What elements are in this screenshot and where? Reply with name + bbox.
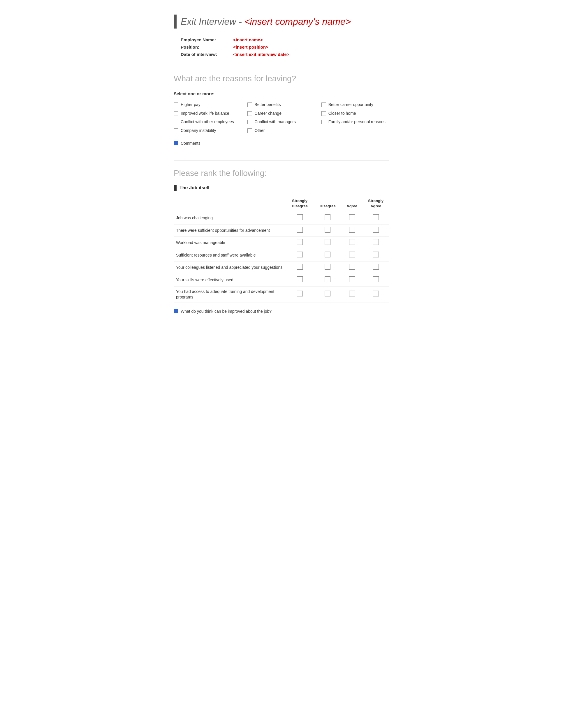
rating-checkbox[interactable] <box>373 239 379 245</box>
checkbox-better-career[interactable]: Better career opportunity <box>322 102 389 108</box>
rating-cell-d[interactable] <box>314 286 342 303</box>
title-company-placeholder: <insert company's name> <box>244 16 351 27</box>
rating-checkbox[interactable] <box>373 264 379 270</box>
rating-checkbox[interactable] <box>373 227 379 233</box>
divider-1 <box>174 67 389 67</box>
rating-cell-sd[interactable] <box>286 261 314 274</box>
checkbox-label: Improved work life balance <box>181 111 229 116</box>
employee-name-row: Employee Name: <insert name> <box>181 37 389 43</box>
checkbox-better-benefits[interactable]: Better benefits <box>247 102 315 108</box>
rating-cell-d[interactable] <box>314 261 342 274</box>
rating-cell-d[interactable] <box>314 237 342 249</box>
date-value[interactable]: <insert exit interview date> <box>233 51 290 57</box>
employee-name-value[interactable]: <insert name> <box>233 37 263 43</box>
rating-cell-a[interactable] <box>342 261 362 274</box>
rating-checkbox[interactable] <box>349 239 355 245</box>
page-container: Exit Interview - <insert company's name>… <box>156 0 407 332</box>
rating-cell-sd[interactable] <box>286 224 314 237</box>
table-row: Job was challenging <box>174 212 389 225</box>
rating-cell-a[interactable] <box>342 237 362 249</box>
row-label: Your colleagues listened and appreciated… <box>174 261 286 274</box>
rating-checkbox[interactable] <box>325 227 331 233</box>
checkbox-label: Better career opportunity <box>329 102 373 108</box>
checkbox-box[interactable] <box>174 120 178 124</box>
rating-cell-sa[interactable] <box>362 224 389 237</box>
rating-cell-sa[interactable] <box>362 249 389 261</box>
checkbox-family-personal[interactable]: Family and/or personal reasons <box>322 119 389 125</box>
checkbox-box[interactable] <box>174 103 178 107</box>
rating-cell-a[interactable] <box>342 286 362 303</box>
rating-cell-d[interactable] <box>314 274 342 287</box>
checkbox-box[interactable] <box>247 128 252 133</box>
rating-cell-sd[interactable] <box>286 286 314 303</box>
rating-cell-sd[interactable] <box>286 274 314 287</box>
rating-checkbox[interactable] <box>373 276 379 282</box>
rating-cell-sa[interactable] <box>362 286 389 303</box>
rating-checkbox[interactable] <box>349 252 355 257</box>
improvement-question-text: What do you think can be improved about … <box>181 309 271 314</box>
rating-cell-a[interactable] <box>342 224 362 237</box>
rating-cell-d[interactable] <box>314 212 342 225</box>
rating-checkbox[interactable] <box>297 239 303 245</box>
col-header-disagree: Disagree <box>314 197 342 212</box>
rating-cell-sa[interactable] <box>362 274 389 287</box>
rating-checkbox[interactable] <box>325 276 331 282</box>
checkbox-box[interactable] <box>247 120 252 124</box>
rating-checkbox[interactable] <box>325 214 331 220</box>
checkbox-box[interactable] <box>247 103 252 107</box>
row-label: Sufficient resources and staff were avai… <box>174 249 286 261</box>
rating-cell-sa[interactable] <box>362 237 389 249</box>
rating-cell-a[interactable] <box>342 212 362 225</box>
checkbox-box[interactable] <box>322 111 326 116</box>
checkbox-label: Career change <box>254 111 282 116</box>
rating-checkbox[interactable] <box>325 264 331 270</box>
rating-cell-d[interactable] <box>314 249 342 261</box>
checkbox-box[interactable] <box>322 103 326 107</box>
checkbox-box[interactable] <box>247 111 252 116</box>
rating-cell-a[interactable] <box>342 274 362 287</box>
checkbox-closer-home[interactable]: Closer to home <box>322 111 389 116</box>
checkbox-conflict-managers[interactable]: Conflict with managers <box>247 119 315 125</box>
blue-square-icon <box>174 309 178 313</box>
checkbox-company-instability[interactable]: Company instability <box>174 128 241 134</box>
position-value[interactable]: <insert position> <box>233 44 268 50</box>
rating-cell-a[interactable] <box>342 249 362 261</box>
checkbox-other[interactable]: Other <box>247 128 315 134</box>
position-row: Position: <insert position> <box>181 44 389 50</box>
header-bar <box>174 15 176 29</box>
row-label: Your skills were effectively used <box>174 274 286 287</box>
checkbox-grid: Higher pay Better benefits Better career… <box>174 102 389 133</box>
rating-cell-sd[interactable] <box>286 249 314 261</box>
rating-checkbox[interactable] <box>325 291 331 296</box>
row-label: You had access to adequate training and … <box>174 286 286 303</box>
rating-checkbox[interactable] <box>297 252 303 257</box>
rating-checkbox[interactable] <box>297 291 303 296</box>
rating-cell-sa[interactable] <box>362 212 389 225</box>
checkbox-box[interactable] <box>322 120 326 124</box>
checkbox-higher-pay[interactable]: Higher pay <box>174 102 241 108</box>
rating-checkbox[interactable] <box>373 252 379 257</box>
rating-cell-sa[interactable] <box>362 261 389 274</box>
rating-checkbox[interactable] <box>325 252 331 257</box>
rating-cell-sd[interactable] <box>286 237 314 249</box>
rating-cell-sd[interactable] <box>286 212 314 225</box>
rating-checkbox[interactable] <box>349 291 355 296</box>
rating-checkbox[interactable] <box>349 276 355 282</box>
checkbox-work-life[interactable]: Improved work life balance <box>174 111 241 116</box>
rating-checkbox[interactable] <box>349 227 355 233</box>
rating-cell-d[interactable] <box>314 224 342 237</box>
checkbox-career-change[interactable]: Career change <box>247 111 315 116</box>
rating-checkbox[interactable] <box>297 276 303 282</box>
rating-checkbox[interactable] <box>373 291 379 296</box>
checkbox-box[interactable] <box>174 128 178 133</box>
rating-checkbox[interactable] <box>325 239 331 245</box>
rating-checkbox[interactable] <box>373 214 379 220</box>
checkbox-conflict-employees[interactable]: Conflict with other employees <box>174 119 241 125</box>
rating-checkbox[interactable] <box>297 264 303 270</box>
comments-label: Comments <box>181 141 200 146</box>
rating-checkbox[interactable] <box>297 214 303 220</box>
rating-checkbox[interactable] <box>349 214 355 220</box>
checkbox-box[interactable] <box>174 111 178 116</box>
rating-checkbox[interactable] <box>349 264 355 270</box>
rating-checkbox[interactable] <box>297 227 303 233</box>
